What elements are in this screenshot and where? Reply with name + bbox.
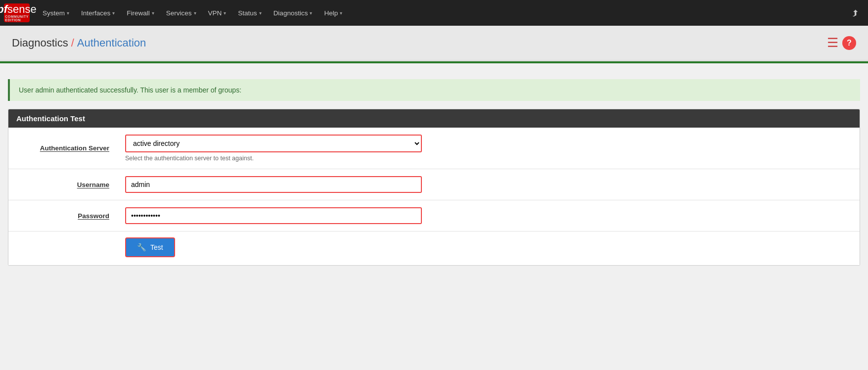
breadcrumb: Diagnostics / Authentication	[12, 37, 146, 49]
nav-help[interactable]: Help ▾	[319, 5, 347, 21]
nav-diagnostics-chevron: ▾	[310, 10, 312, 16]
nav-firewall-chevron: ▾	[152, 10, 154, 16]
nav-services-label: Services	[166, 9, 192, 17]
nav-interfaces-chevron: ▾	[112, 10, 115, 16]
nav-status[interactable]: Status ▾	[233, 5, 266, 21]
password-row: Password	[8, 200, 860, 231]
username-control-cell	[117, 169, 860, 200]
nav-services-chevron: ▾	[194, 10, 196, 16]
username-label: Username	[8, 169, 117, 200]
server-control-cell: active directory Select the authenticati…	[117, 128, 860, 169]
password-input[interactable]	[125, 207, 422, 224]
form-table: Authentication Server active directory S…	[8, 128, 860, 265]
nav-help-chevron: ▾	[340, 10, 342, 16]
nav-services[interactable]: Services ▾	[161, 5, 201, 21]
pfsense-logo: pfsense COMMUNITY EDITION	[4, 3, 30, 22]
nav-diagnostics[interactable]: Diagnostics ▾	[269, 5, 318, 21]
server-row: Authentication Server active directory S…	[8, 128, 860, 169]
username-input[interactable]	[125, 176, 422, 193]
nav-status-label: Status	[238, 9, 257, 17]
breadcrumb-parent: Diagnostics	[12, 37, 68, 49]
server-select[interactable]: active directory	[125, 135, 422, 152]
nav-firewall[interactable]: Firewall ▾	[122, 5, 159, 21]
server-hint: Select the authentication server to test…	[125, 155, 852, 162]
navbar: pfsense COMMUNITY EDITION System ▾ Inter…	[0, 0, 868, 26]
logo-sub: COMMUNITY EDITION	[5, 15, 29, 22]
sliders-icon[interactable]: ☰	[827, 35, 838, 50]
server-label: Authentication Server	[8, 128, 117, 169]
logout-icon[interactable]: ⮭	[847, 6, 864, 20]
panel-body: Authentication Server active directory S…	[8, 128, 860, 265]
nav-vpn-label: VPN	[208, 9, 222, 17]
green-accent-bar	[0, 61, 868, 63]
page-header: Diagnostics / Authentication ☰ ?	[0, 26, 868, 61]
nav-system[interactable]: System ▾	[38, 5, 74, 21]
nav-interfaces-label: Interfaces	[81, 9, 110, 17]
nav-system-label: System	[43, 9, 65, 17]
username-row: Username	[8, 169, 860, 200]
brand-logo[interactable]: pfsense COMMUNITY EDITION	[4, 3, 30, 22]
nav-status-chevron: ▾	[259, 10, 262, 16]
success-alert: User admin authenticated successfully. T…	[8, 79, 860, 101]
button-label-cell	[8, 231, 117, 266]
navbar-right: ⮭	[847, 8, 864, 18]
nav-vpn[interactable]: VPN ▾	[203, 5, 231, 21]
nav-help-label: Help	[324, 9, 338, 17]
help-icon[interactable]: ?	[842, 36, 856, 50]
panel-title: Authentication Test	[16, 114, 85, 123]
nav-firewall-label: Firewall	[127, 9, 150, 17]
password-label: Password	[8, 200, 117, 231]
wrench-icon: 🔧	[137, 243, 146, 252]
breadcrumb-current: Authentication	[77, 37, 146, 49]
main-content: User admin authenticated successfully. T…	[0, 67, 868, 278]
logo-text: pfsense	[0, 4, 37, 15]
test-button[interactable]: 🔧 Test	[125, 237, 175, 257]
nav-interfaces[interactable]: Interfaces ▾	[76, 5, 120, 21]
nav-system-chevron: ▾	[67, 10, 69, 16]
button-row: 🔧 Test	[8, 231, 860, 266]
nav-vpn-chevron: ▾	[224, 10, 226, 16]
header-icons: ☰ ?	[827, 35, 856, 50]
button-control-cell: 🔧 Test	[117, 231, 860, 266]
test-button-label: Test	[150, 243, 163, 251]
breadcrumb-separator: /	[71, 37, 74, 49]
auth-test-panel: Authentication Test Authentication Serve…	[8, 109, 860, 266]
nav-diagnostics-label: Diagnostics	[274, 9, 308, 17]
alert-message: User admin authenticated successfully. T…	[19, 86, 241, 94]
password-control-cell	[117, 200, 860, 231]
panel-header: Authentication Test	[8, 109, 860, 128]
